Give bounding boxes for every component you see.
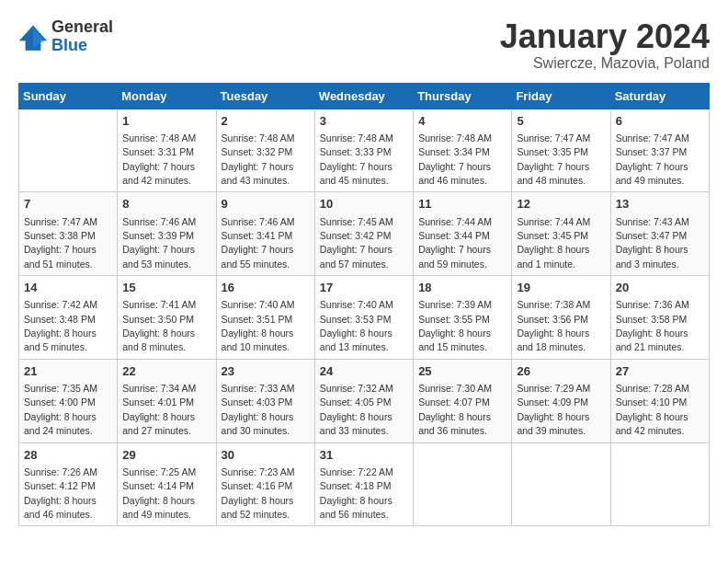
day-info: Sunrise: 7:48 AMSunset: 3:33 PMDaylight:… (320, 132, 393, 186)
calendar-cell: 14Sunrise: 7:42 AMSunset: 3:48 PMDayligh… (19, 276, 118, 360)
day-number: 7 (24, 196, 112, 213)
logo-general: General (51, 18, 113, 37)
day-number: 10 (320, 196, 408, 213)
calendar-cell (414, 442, 512, 526)
weekday-header: Saturday (610, 83, 709, 109)
day-info: Sunrise: 7:43 AMSunset: 3:47 PMDaylight:… (616, 216, 689, 270)
day-info: Sunrise: 7:22 AMSunset: 4:18 PMDaylight:… (320, 466, 393, 520)
day-number: 14 (24, 280, 112, 296)
day-info: Sunrise: 7:23 AMSunset: 4:16 PMDaylight:… (222, 466, 295, 520)
calendar-week-row: 28Sunrise: 7:26 AMSunset: 4:12 PMDayligh… (19, 442, 710, 526)
day-info: Sunrise: 7:28 AMSunset: 4:10 PMDaylight:… (616, 383, 689, 436)
weekday-header: Wednesday (314, 83, 413, 109)
calendar-cell: 11Sunrise: 7:44 AMSunset: 3:44 PMDayligh… (414, 192, 512, 276)
day-info: Sunrise: 7:36 AMSunset: 3:58 PMDaylight:… (616, 299, 689, 352)
day-number: 4 (418, 113, 506, 130)
calendar-cell: 8Sunrise: 7:46 AMSunset: 3:39 PMDaylight… (118, 192, 216, 276)
day-info: Sunrise: 7:48 AMSunset: 3:34 PMDaylight:… (418, 132, 492, 186)
title-block: January 2024 Swiercze, Mazovia, Poland (500, 18, 710, 72)
day-number: 21 (24, 363, 112, 380)
calendar-cell: 29Sunrise: 7:25 AMSunset: 4:14 PMDayligh… (118, 442, 216, 526)
day-number: 30 (222, 447, 310, 464)
day-info: Sunrise: 7:35 AMSunset: 4:00 PMDaylight:… (24, 383, 97, 436)
day-number: 5 (517, 113, 605, 130)
calendar-week-row: 21Sunrise: 7:35 AMSunset: 4:00 PMDayligh… (19, 359, 710, 442)
day-info: Sunrise: 7:47 AMSunset: 3:37 PMDaylight:… (616, 132, 689, 186)
calendar-cell: 30Sunrise: 7:23 AMSunset: 4:16 PMDayligh… (216, 442, 314, 526)
day-info: Sunrise: 7:33 AMSunset: 4:03 PMDaylight:… (222, 383, 295, 436)
calendar-cell: 12Sunrise: 7:44 AMSunset: 3:45 PMDayligh… (512, 192, 610, 276)
day-number: 3 (320, 113, 408, 130)
logo-text: General Blue (51, 18, 113, 55)
calendar-title: January 2024 (500, 18, 710, 55)
day-number: 17 (320, 280, 408, 296)
day-info: Sunrise: 7:47 AMSunset: 3:38 PMDaylight:… (24, 216, 97, 270)
calendar-week-row: 1Sunrise: 7:48 AMSunset: 3:31 PMDaylight… (19, 109, 710, 192)
day-info: Sunrise: 7:34 AMSunset: 4:01 PMDaylight:… (122, 383, 196, 436)
calendar-cell: 1Sunrise: 7:48 AMSunset: 3:31 PMDaylight… (118, 109, 216, 192)
day-number: 12 (517, 196, 605, 213)
calendar-cell: 31Sunrise: 7:22 AMSunset: 4:18 PMDayligh… (314, 442, 413, 526)
calendar-cell: 18Sunrise: 7:39 AMSunset: 3:55 PMDayligh… (414, 276, 512, 360)
calendar-cell: 5Sunrise: 7:47 AMSunset: 3:35 PMDaylight… (512, 109, 610, 192)
calendar-week-row: 7Sunrise: 7:47 AMSunset: 3:38 PMDaylight… (19, 192, 710, 276)
day-info: Sunrise: 7:38 AMSunset: 3:56 PMDaylight:… (517, 299, 590, 352)
weekday-header: Sunday (19, 83, 118, 109)
calendar-cell: 7Sunrise: 7:47 AMSunset: 3:38 PMDaylight… (19, 192, 118, 276)
logo: General Blue (18, 18, 113, 55)
day-info: Sunrise: 7:48 AMSunset: 3:31 PMDaylight:… (122, 132, 196, 186)
calendar-cell: 19Sunrise: 7:38 AMSunset: 3:56 PMDayligh… (512, 276, 610, 360)
day-info: Sunrise: 7:39 AMSunset: 3:55 PMDaylight:… (418, 299, 492, 352)
calendar-cell: 23Sunrise: 7:33 AMSunset: 4:03 PMDayligh… (216, 359, 314, 442)
weekday-header: Friday (512, 83, 610, 109)
calendar-cell: 25Sunrise: 7:30 AMSunset: 4:07 PMDayligh… (414, 359, 512, 442)
day-info: Sunrise: 7:48 AMSunset: 3:32 PMDaylight:… (222, 132, 295, 186)
logo-blue: Blue (51, 37, 113, 55)
day-number: 18 (418, 280, 506, 296)
calendar-table: SundayMondayTuesdayWednesdayThursdayFrid… (18, 83, 710, 527)
calendar-cell (19, 109, 118, 192)
calendar-cell: 6Sunrise: 7:47 AMSunset: 3:37 PMDaylight… (610, 109, 709, 192)
calendar-cell: 17Sunrise: 7:40 AMSunset: 3:53 PMDayligh… (314, 276, 413, 360)
calendar-cell: 24Sunrise: 7:32 AMSunset: 4:05 PMDayligh… (314, 359, 413, 442)
calendar-cell (610, 442, 709, 526)
day-info: Sunrise: 7:47 AMSunset: 3:35 PMDaylight:… (517, 132, 590, 186)
weekday-header: Thursday (414, 83, 512, 109)
day-number: 26 (517, 363, 605, 380)
day-number: 27 (616, 363, 704, 380)
calendar-cell: 22Sunrise: 7:34 AMSunset: 4:01 PMDayligh… (118, 359, 216, 442)
day-number: 19 (517, 280, 605, 296)
day-info: Sunrise: 7:32 AMSunset: 4:05 PMDaylight:… (320, 383, 393, 436)
day-info: Sunrise: 7:40 AMSunset: 3:51 PMDaylight:… (222, 299, 295, 352)
day-number: 20 (616, 280, 704, 296)
day-info: Sunrise: 7:29 AMSunset: 4:09 PMDaylight:… (517, 383, 590, 436)
calendar-cell: 4Sunrise: 7:48 AMSunset: 3:34 PMDaylight… (414, 109, 512, 192)
day-info: Sunrise: 7:25 AMSunset: 4:14 PMDaylight:… (122, 466, 196, 520)
page-header: General Blue January 2024 Swiercze, Mazo… (18, 18, 710, 72)
calendar-week-row: 14Sunrise: 7:42 AMSunset: 3:48 PMDayligh… (19, 276, 710, 360)
weekday-header-row: SundayMondayTuesdayWednesdayThursdayFrid… (19, 83, 710, 109)
day-info: Sunrise: 7:30 AMSunset: 4:07 PMDaylight:… (418, 383, 492, 436)
day-number: 13 (616, 196, 704, 213)
calendar-subtitle: Swiercze, Mazovia, Poland (500, 55, 710, 72)
day-info: Sunrise: 7:42 AMSunset: 3:48 PMDaylight:… (24, 299, 97, 352)
day-number: 2 (222, 113, 310, 130)
calendar-cell: 2Sunrise: 7:48 AMSunset: 3:32 PMDaylight… (216, 109, 314, 192)
calendar-cell: 28Sunrise: 7:26 AMSunset: 4:12 PMDayligh… (19, 442, 118, 526)
calendar-cell: 13Sunrise: 7:43 AMSunset: 3:47 PMDayligh… (610, 192, 709, 276)
calendar-cell: 27Sunrise: 7:28 AMSunset: 4:10 PMDayligh… (610, 359, 709, 442)
day-number: 31 (320, 447, 408, 464)
day-number: 11 (418, 196, 506, 213)
day-number: 16 (222, 280, 310, 296)
day-info: Sunrise: 7:41 AMSunset: 3:50 PMDaylight:… (122, 299, 196, 352)
calendar-cell: 10Sunrise: 7:45 AMSunset: 3:42 PMDayligh… (314, 192, 413, 276)
calendar-cell: 21Sunrise: 7:35 AMSunset: 4:00 PMDayligh… (19, 359, 118, 442)
day-number: 8 (122, 196, 210, 213)
weekday-header: Tuesday (216, 83, 314, 109)
day-info: Sunrise: 7:46 AMSunset: 3:41 PMDaylight:… (222, 216, 295, 270)
day-number: 29 (122, 447, 210, 464)
day-number: 22 (122, 363, 210, 380)
calendar-cell: 15Sunrise: 7:41 AMSunset: 3:50 PMDayligh… (118, 276, 216, 360)
calendar-cell: 20Sunrise: 7:36 AMSunset: 3:58 PMDayligh… (610, 276, 709, 360)
day-number: 9 (222, 196, 310, 213)
